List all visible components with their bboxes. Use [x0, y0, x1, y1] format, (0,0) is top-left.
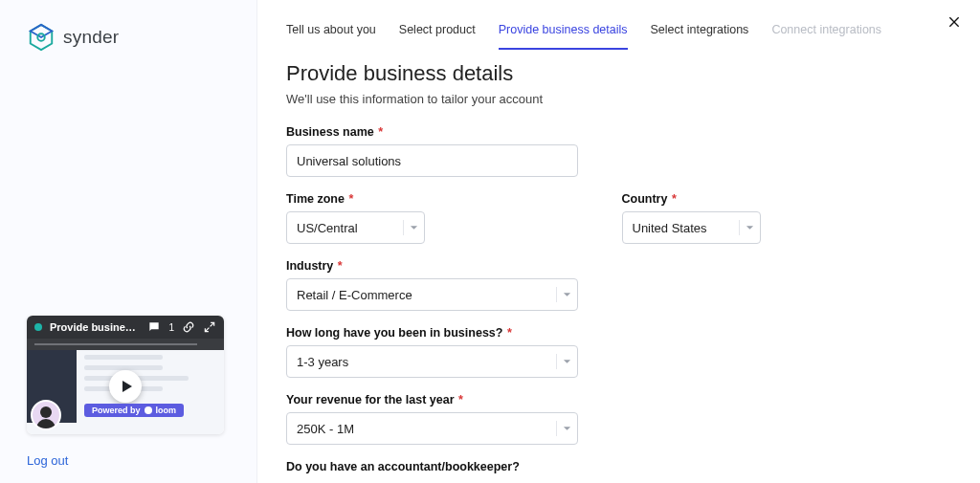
close-icon[interactable] — [944, 11, 965, 33]
video-progress[interactable] — [27, 339, 224, 350]
page-subtitle: We'll use this information to tailor you… — [286, 92, 942, 106]
time-zone-select[interactable]: US/Central — [286, 211, 425, 244]
accountant-label: Do you have an accountant/bookkeeper? — [286, 460, 942, 473]
business-name-input[interactable]: Universal solutions — [286, 144, 578, 177]
brand-logo-icon — [27, 23, 56, 52]
chevron-down-icon — [739, 220, 754, 235]
brand-logo: synder — [27, 23, 230, 52]
business-name-label: Business name * — [286, 125, 942, 139]
page-title: Provide business details — [286, 61, 942, 86]
step-tell-us-about-you[interactable]: Tell us about you — [286, 23, 376, 50]
onboarding-stepper: Tell us about you Select product Provide… — [286, 15, 942, 50]
comment-count: 1 — [168, 322, 174, 333]
sidebar: synder Provide business d... 1 — [0, 0, 256, 483]
step-select-product[interactable]: Select product — [399, 23, 476, 50]
step-select-integrations[interactable]: Select integrations — [651, 23, 749, 50]
tenure-select[interactable]: 1-3 years — [286, 345, 578, 378]
chevron-down-icon — [556, 354, 571, 369]
comment-icon[interactable] — [147, 320, 161, 334]
country-select[interactable]: United States — [622, 211, 761, 244]
chevron-down-icon — [556, 287, 571, 302]
main-content: Tell us about you Select product Provide… — [256, 0, 980, 483]
help-video-card[interactable]: Provide business d... 1 — [27, 316, 224, 434]
logout-link[interactable]: Log out — [27, 453, 230, 468]
time-zone-label: Time zone * — [286, 192, 607, 206]
play-icon[interactable] — [109, 370, 142, 403]
link-icon[interactable] — [182, 320, 195, 334]
step-provide-business-details[interactable]: Provide business details — [499, 23, 628, 50]
brand-name: synder — [63, 27, 119, 48]
tenure-label: How long have you been in business? * — [286, 326, 942, 340]
chevron-down-icon — [556, 421, 571, 436]
industry-label: Industry * — [286, 259, 942, 273]
chevron-down-icon — [403, 220, 418, 235]
record-dot-icon — [34, 323, 42, 331]
revenue-select[interactable]: 250K - 1M — [286, 412, 578, 445]
revenue-label: Your revenue for the last year * — [286, 393, 942, 406]
help-video-header: Provide business d... 1 — [27, 316, 224, 339]
country-label: Country * — [622, 192, 943, 206]
presenter-avatar — [31, 400, 61, 430]
svg-marker-1 — [31, 25, 53, 37]
help-video-title: Provide business d... — [50, 321, 140, 333]
industry-select[interactable]: Retail / E-Commerce — [286, 278, 578, 311]
powered-by-badge: Powered by loom — [84, 404, 184, 417]
step-connect-integrations: Connect integrations — [771, 23, 881, 50]
expand-icon[interactable] — [203, 320, 216, 334]
help-video-preview[interactable]: Powered by loom — [27, 339, 224, 434]
